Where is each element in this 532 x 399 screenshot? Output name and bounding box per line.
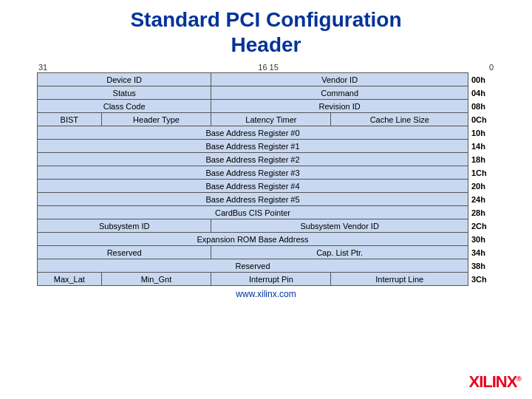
table-cell: Vendor ID: [211, 73, 468, 86]
table-cell: Min_Gnt: [101, 273, 211, 286]
table-cell: Cap. List Ptr.: [211, 246, 468, 259]
page-container: Standard PCI Configuration Header 31 16 …: [0, 0, 532, 399]
table-cell: Base Address Register #0: [38, 126, 468, 140]
table-cell: BIST: [38, 113, 102, 126]
table-cell: Reserved: [38, 246, 211, 259]
page-title: Standard PCI Configuration Header: [15, 7, 517, 57]
offset-cell: 38h: [468, 259, 495, 273]
xilinx-reg: ®: [516, 375, 521, 383]
table-cell: Interrupt Line: [331, 273, 468, 286]
table-cell: Class Code: [38, 100, 211, 113]
offset-cell: 1Ch: [468, 166, 495, 180]
title-line1: Standard PCI Configuration: [130, 8, 401, 31]
table-cell: Base Address Register #3: [38, 166, 468, 180]
table-cell: Device ID: [38, 73, 211, 86]
offset-cell: 3Ch: [468, 273, 495, 286]
offset-cell: 28h: [468, 206, 495, 219]
xilinx-brand: XILINX®: [468, 372, 521, 392]
table-cell: Base Address Register #1: [38, 140, 468, 153]
offset-cell: 08h: [468, 100, 495, 113]
table-cell: Subsystem ID: [38, 219, 211, 233]
ruler-left: 31: [38, 63, 47, 72]
title-line2: Header: [231, 33, 301, 56]
offset-cell: 2Ch: [468, 219, 495, 233]
offset-cell: 10h: [468, 126, 495, 140]
offset-cell: 0Ch: [468, 113, 495, 126]
pci-table: Device IDVendor ID00hStatusCommand04hCla…: [37, 72, 495, 286]
offset-cell: 34h: [468, 246, 495, 259]
table-cell: Revision ID: [211, 100, 468, 113]
offset-cell: 20h: [468, 180, 495, 193]
offset-cell: 18h: [468, 153, 495, 166]
table-wrapper: 31 16 15 0 Device IDVendor ID00hStatusCo…: [37, 63, 495, 286]
table-cell: Status: [38, 86, 211, 100]
table-cell: Header Type: [101, 113, 211, 126]
website-text: www.xilinx.com: [15, 289, 517, 299]
table-cell: Base Address Register #5: [38, 193, 468, 206]
offset-cell: 24h: [468, 193, 495, 206]
table-cell: Base Address Register #2: [38, 153, 468, 166]
table-cell: Base Address Register #4: [38, 180, 468, 193]
table-cell: Latency Timer: [211, 113, 331, 126]
table-cell: Reserved: [38, 259, 468, 273]
table-cell: Command: [211, 86, 468, 100]
offset-cell: 00h: [468, 73, 495, 86]
ruler-right: 0: [489, 63, 494, 72]
table-cell: Subsystem Vendor ID: [211, 219, 468, 233]
table-cell: Max_Lat: [38, 273, 102, 286]
ruler-row: 31 16 15 0: [37, 63, 495, 72]
table-cell: Interrupt Pin: [211, 273, 331, 286]
xilinx-brand-text: XILINX: [468, 372, 516, 391]
offset-cell: 04h: [468, 86, 495, 100]
table-cell: Expansion ROM Base Address: [38, 233, 468, 246]
offset-cell: 30h: [468, 233, 495, 246]
table-cell: CardBus CIS Pointer: [38, 206, 468, 219]
table-cell: Cache Line Size: [331, 113, 468, 126]
offset-cell: 14h: [468, 140, 495, 153]
ruler-mid: 16 15: [258, 63, 279, 72]
xilinx-logo: XILINX®: [468, 372, 521, 392]
